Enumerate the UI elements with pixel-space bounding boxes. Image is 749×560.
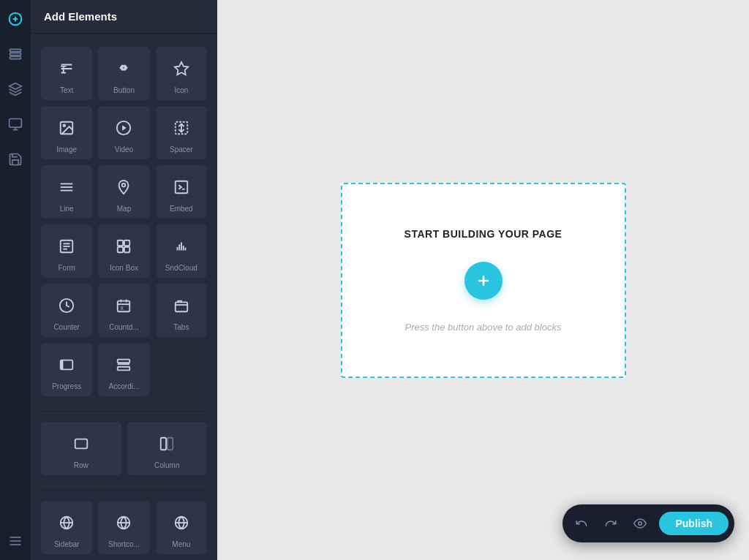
image-icon <box>53 115 80 141</box>
sidebar-header: Add Elements <box>31 0 217 34</box>
add-block-button[interactable] <box>464 262 503 300</box>
tabs-icon <box>168 292 195 319</box>
iconbox-icon <box>110 233 137 260</box>
iconbar-monitor[interactable] <box>4 113 27 136</box>
element-sndcloud[interactable]: SndCloud <box>156 224 207 278</box>
svg-point-58 <box>639 522 642 526</box>
element-progress-label: Progress <box>45 382 88 390</box>
iconbar-add[interactable] <box>4 7 27 31</box>
element-button[interactable]: Button <box>98 47 149 100</box>
element-progress[interactable]: Progress <box>41 343 92 396</box>
publish-button[interactable]: Publish <box>659 512 729 535</box>
svg-rect-48 <box>161 438 166 450</box>
element-map[interactable]: Map <box>98 165 149 219</box>
element-counter[interactable]: Counter <box>41 284 92 337</box>
element-shortcode[interactable]: Shortco... <box>98 501 149 554</box>
element-accordion[interactable]: Accordi... <box>98 343 149 396</box>
element-button-label: Button <box>102 86 145 94</box>
undo-icon <box>575 517 588 530</box>
map-icon <box>110 174 137 200</box>
redo-button[interactable] <box>598 510 624 537</box>
iconbar-layers[interactable] <box>4 42 27 66</box>
element-text-label: Text <box>45 86 88 94</box>
iconbar-menu[interactable] <box>4 529 27 553</box>
svg-rect-5 <box>10 56 21 58</box>
sndcloud-icon <box>168 233 195 260</box>
element-row[interactable]: Row <box>41 422 121 475</box>
element-embed-label: Embed <box>160 205 203 213</box>
element-spacer[interactable]: Spacer <box>156 106 207 159</box>
element-image[interactable]: Image <box>41 106 92 159</box>
sidebar-content: T Text Button <box>31 34 217 560</box>
plus-icon <box>475 272 492 290</box>
svg-point-13 <box>123 67 126 69</box>
element-iconbox[interactable]: Icon Box <box>98 224 149 278</box>
svg-marker-18 <box>123 125 127 130</box>
undo-button[interactable] <box>568 510 595 537</box>
element-column-label: Column <box>132 461 203 469</box>
icon-icon <box>168 56 195 82</box>
element-tabs[interactable]: Tabs <box>156 284 207 337</box>
elements-grid-layout: Row Column <box>41 422 207 475</box>
wp-shortcode-icon <box>110 510 137 536</box>
svg-point-16 <box>64 124 66 126</box>
element-counter-label: Counter <box>45 323 88 331</box>
element-row-label: Row <box>45 461 117 469</box>
element-text[interactable]: T Text <box>41 47 92 100</box>
element-sidebar[interactable]: Sidebar <box>41 501 92 554</box>
spacer-icon <box>168 115 195 141</box>
wp-sidebar-icon <box>53 510 80 536</box>
element-countdown[interactable]: X Countd... <box>98 284 149 337</box>
canvas-hint: Press the button above to add blocks <box>405 322 562 333</box>
video-icon <box>110 115 137 141</box>
divider-layout <box>41 411 207 412</box>
element-icon[interactable]: Icon <box>156 47 207 100</box>
element-accordion-label: Accordi... <box>102 382 145 390</box>
svg-rect-4 <box>10 53 21 55</box>
svg-rect-49 <box>168 438 173 450</box>
element-tabs-label: Tabs <box>160 323 203 331</box>
svg-rect-6 <box>10 119 22 128</box>
svg-rect-32 <box>124 241 129 246</box>
canvas-title: START BUILDING YOUR PAGE <box>404 228 562 240</box>
element-shortcode-label: Shortco... <box>102 540 145 548</box>
svg-rect-34 <box>124 247 129 252</box>
iconbar-theme[interactable] <box>4 77 27 101</box>
element-video-label: Video <box>102 145 145 154</box>
element-menu[interactable]: Menu <box>156 501 207 554</box>
element-image-label: Image <box>45 145 88 154</box>
icon-bar <box>0 0 31 560</box>
iconbar-save[interactable] <box>4 148 27 171</box>
element-embed[interactable]: Embed <box>156 165 207 219</box>
element-column[interactable]: Column <box>127 422 208 475</box>
svg-rect-47 <box>75 439 88 449</box>
element-map-label: Map <box>102 205 145 213</box>
svg-rect-36 <box>118 301 130 312</box>
wp-menu-icon <box>168 510 195 536</box>
element-countdown-label: Countd... <box>102 323 145 331</box>
svg-rect-41 <box>176 302 188 311</box>
preview-button[interactable] <box>627 510 653 537</box>
element-icon-label: Icon <box>160 86 203 94</box>
element-sidebar-label: Sidebar <box>45 540 88 548</box>
text-icon: T <box>53 56 80 82</box>
element-line-label: Line <box>45 205 88 213</box>
element-line[interactable]: Line <box>41 165 92 219</box>
accordion-icon <box>110 352 137 378</box>
column-icon <box>154 431 180 457</box>
eye-icon <box>633 517 647 530</box>
redo-icon <box>604 517 617 530</box>
svg-text:T: T <box>61 64 67 75</box>
line-icon <box>53 174 80 200</box>
row-icon <box>68 431 94 457</box>
embed-icon <box>168 174 195 200</box>
svg-point-24 <box>122 183 126 187</box>
element-video[interactable]: Video <box>98 106 149 159</box>
elements-grid-main: T Text Button <box>41 47 207 396</box>
element-menu-label: Menu <box>160 540 203 548</box>
element-spacer-label: Spacer <box>160 145 203 154</box>
svg-marker-14 <box>175 62 188 75</box>
element-form[interactable]: Form <box>41 224 92 278</box>
element-sndcloud-label: SndCloud <box>160 264 203 272</box>
svg-rect-44 <box>118 360 130 363</box>
